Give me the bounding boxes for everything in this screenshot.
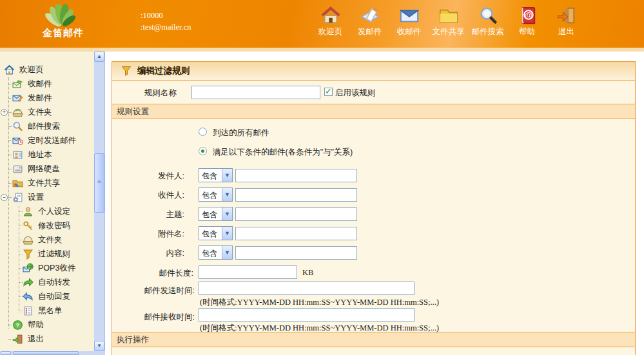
sidebar-item-blacklist[interactable]: 黑名单	[0, 303, 94, 318]
rule-name-input[interactable]	[191, 86, 320, 99]
sidebar-item-label: 帮助	[28, 320, 44, 331]
sidebar-item-scheduled-send[interactable]: 定时发送邮件	[0, 133, 94, 148]
sidebar-item-file-share[interactable]: 文件共享	[0, 176, 94, 190]
chevron-down-icon: ▼	[222, 169, 232, 182]
nav-label: 发邮件	[358, 26, 382, 37]
radio-all-mail[interactable]	[199, 128, 207, 136]
settings-icon	[12, 192, 23, 203]
recipient-input[interactable]	[235, 188, 357, 202]
nav-help[interactable]: @ 帮助	[508, 6, 546, 37]
sidebar: 欢迎页 收邮件 发邮件 + 文件夹 邮件搜索 定时发送邮件 地址本	[0, 52, 105, 351]
scrollbar-thumb[interactable]	[94, 153, 104, 213]
compose-mail-icon	[360, 6, 380, 25]
subject-op-select[interactable]: 包含▼	[199, 207, 233, 221]
change-password-icon	[23, 220, 34, 231]
collapse-toggle-icon[interactable]: −	[1, 194, 8, 201]
section-actions: 执行操作	[112, 332, 635, 347]
recv-time-input[interactable]	[199, 308, 415, 321]
radio-match-conditions[interactable]	[199, 147, 207, 155]
send-time-input[interactable]	[199, 282, 415, 295]
sidebar-item-help[interactable]: ? 帮助	[0, 318, 94, 332]
sidebar-item-inbox[interactable]: 收邮件	[0, 77, 94, 91]
send-time-format-hint: (时间格式:YYYY-MM-DD HH:mm:SS~YYYY-MM-DD HH:…	[200, 297, 439, 308]
help-icon: ?	[12, 320, 23, 331]
help-book-icon: @	[518, 6, 537, 25]
attachment-input[interactable]	[235, 227, 357, 240]
svg-text:?: ?	[16, 321, 20, 329]
rule-name-label: 规则名称	[112, 88, 177, 99]
nav-mail-search[interactable]: 邮件搜索	[469, 6, 507, 37]
sender-op-select[interactable]: 包含▼	[199, 168, 233, 182]
nav-label: 邮件搜索	[472, 26, 504, 37]
sidebar-item-label: 收邮件	[28, 79, 52, 90]
content-input[interactable]	[235, 246, 357, 260]
exit-icon	[557, 6, 576, 25]
sidebar-item-label: 邮件搜索	[28, 121, 60, 132]
nav-label: 退出	[558, 26, 574, 37]
page-title: 编辑过滤规则	[137, 65, 190, 77]
pop3-icon	[23, 263, 34, 274]
nav-inbox[interactable]: 收邮件	[390, 6, 428, 37]
radio-all-mail-label: 到达的所有邮件	[213, 128, 269, 139]
attachment-op-select[interactable]: 包含▼	[199, 226, 233, 240]
sidebar-item-label: 文件夹	[38, 235, 63, 245]
mail-length-input[interactable]	[199, 265, 297, 279]
sidebar-item-auto-reply[interactable]: 自动回复	[0, 289, 94, 303]
sidebar-item-label: 自动转发	[38, 277, 70, 288]
sidebar-item-network-disk[interactable]: 网络硬盘	[0, 162, 94, 176]
expand-toggle-icon[interactable]: +	[1, 109, 8, 116]
radio-match-conditions-label: 满足以下条件的邮件(各条件为"与"关系)	[213, 147, 353, 158]
top-navigation: 欢迎页 发邮件 收邮件 文件共享 邮件搜索 @ 帮助 退出	[311, 6, 585, 37]
nav-file-share[interactable]: 文件共享	[429, 6, 467, 37]
leaves-logo-icon	[35, 4, 89, 27]
attachment-name-label: 附件名:	[112, 229, 184, 240]
brand-name: 金笛邮件	[24, 27, 102, 39]
content-op-select[interactable]: 包含▼	[199, 245, 233, 260]
rule-name-row: 规则名称 启用该规则	[112, 81, 635, 104]
nav-label: 收邮件	[397, 26, 422, 37]
nav-label: 文件共享	[433, 26, 465, 37]
inbox-mail-icon	[400, 6, 419, 25]
sidebar-item-send[interactable]: 发邮件	[0, 91, 94, 105]
section-rule-settings: 规则设置	[112, 104, 635, 119]
nav-welcome[interactable]: 欢迎页	[311, 6, 349, 37]
enable-rule-checkbox[interactable]	[324, 88, 333, 96]
brand-logo[interactable]: 金笛邮件	[24, 3, 102, 45]
sidebar-item-personal-settings[interactable]: 个人设定	[0, 204, 94, 218]
nav-logout[interactable]: 退出	[547, 6, 585, 37]
recipient-op-select[interactable]: 包含▼	[199, 187, 233, 202]
sidebar-item-pop3[interactable]: POP3收件	[0, 261, 94, 275]
nav-compose[interactable]: 发邮件	[351, 6, 389, 37]
sidebar-horizontal-scrollbar[interactable]	[0, 351, 105, 355]
subject-input[interactable]	[235, 207, 357, 221]
folder-icon	[12, 107, 23, 118]
sidebar-item-logout[interactable]: 退出	[0, 332, 94, 346]
sidebar-item-mail-search[interactable]: 邮件搜索	[0, 119, 94, 133]
sidebar-item-address-book[interactable]: 地址本	[0, 148, 94, 162]
receive-mail-icon	[12, 79, 23, 90]
exit-icon	[12, 334, 23, 345]
sidebar-item-label: 地址本	[28, 149, 52, 160]
sidebar-item-filter-rules[interactable]: 过滤规则	[0, 247, 94, 261]
scheduled-send-icon	[12, 135, 23, 146]
page-title-bar: 编辑过滤规则	[112, 62, 635, 81]
account-email: :test@mailer.cn	[141, 21, 191, 33]
sidebar-item-label: 网络硬盘	[28, 164, 60, 175]
sidebar-vertical-scrollbar[interactable]: ▲ ▼	[94, 52, 104, 351]
section-label: 执行操作	[117, 334, 149, 345]
mail-search-icon	[478, 6, 498, 25]
send-time-label: 邮件发送时间:	[112, 285, 195, 296]
sidebar-item-welcome[interactable]: 欢迎页	[0, 62, 94, 77]
sender-input[interactable]	[235, 169, 357, 182]
sidebar-item-folders[interactable]: + 文件夹	[0, 105, 94, 119]
scrollbar-thumb[interactable]	[13, 351, 79, 355]
sidebar-item-auto-forward[interactable]: 自动转发	[0, 275, 94, 289]
sidebar-item-folders2[interactable]: 文件夹	[0, 233, 94, 247]
scroll-down-icon[interactable]: ▼	[94, 341, 104, 351]
chevron-down-icon: ▼	[222, 246, 232, 259]
scroll-left-icon[interactable]	[1, 351, 11, 355]
sidebar-item-change-password[interactable]: 修改密码	[0, 218, 94, 233]
scroll-up-icon[interactable]: ▲	[94, 52, 104, 62]
sidebar-item-label: 欢迎页	[19, 64, 44, 75]
sidebar-item-settings[interactable]: − 设置	[0, 190, 94, 204]
